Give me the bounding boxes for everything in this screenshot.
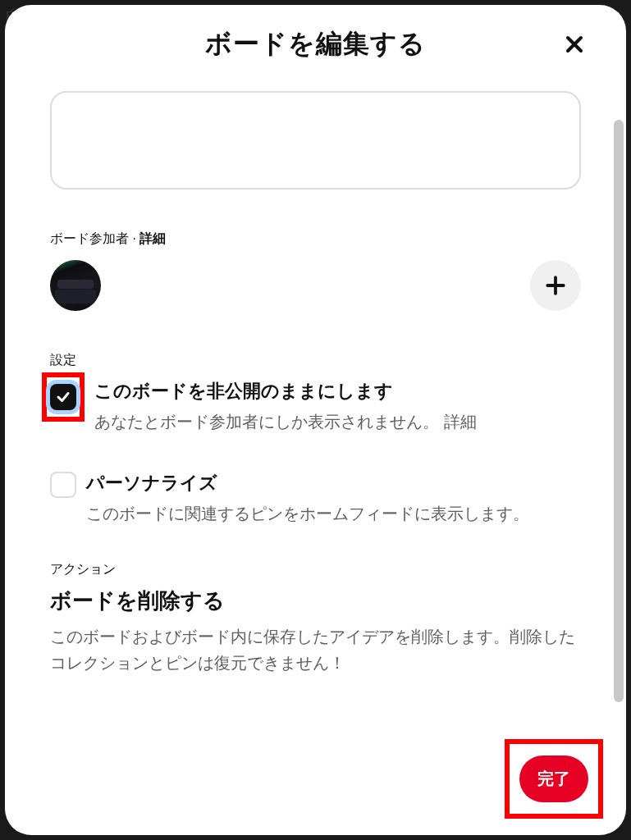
private-setting-title: このボードを非公開のままにします [94,379,581,404]
actions-heading: アクション [50,561,581,578]
done-button-highlight: 完了 [505,739,603,819]
private-setting-row: このボードを非公開のままにします あなたとボード参加者にしか表示されません。 詳… [50,377,581,435]
personalize-setting-row: パーソナライズ このボードに関連するピンをホームフィードに表示します。 [50,469,581,527]
private-setting-text: このボードを非公開のままにします あなたとボード参加者にしか表示されません。 詳… [94,377,581,435]
private-details-link[interactable]: 詳細 [444,413,477,431]
collaborators-details-link[interactable]: 詳細 [139,231,166,245]
done-button[interactable]: 完了 [519,756,588,802]
modal-title: ボードを編集する [205,26,426,62]
collaborators-label-text: ボード参加者 [50,231,129,245]
collaborators-row [50,260,581,311]
personalize-setting-title: パーソナライズ [86,471,581,495]
edit-board-modal: ボードを編集する ボード参加者 · 詳細 設定 [5,5,626,835]
private-setting-desc: あなたとボード参加者にしか表示されません。 詳細 [94,409,581,435]
modal-body: ボード参加者 · 詳細 設定 このボードを非公開のままにしま [5,83,626,835]
delete-board-desc: このボードおよびボード内に保存したアイデアを削除します。削除したコレクションとピ… [50,623,581,676]
modal-header: ボードを編集する [5,5,626,83]
close-button[interactable] [554,24,595,65]
settings-heading: 設定 [50,352,581,369]
personalize-setting-desc: このボードに関連するピンをホームフィードに表示します。 [86,500,581,527]
checkbox-highlight [42,372,85,422]
delete-board-title[interactable]: ボードを削除する [50,587,581,615]
collaborators-separator: · [129,231,139,245]
personalize-setting-text: パーソナライズ このボードに関連するピンをホームフィードに表示します。 [86,469,581,527]
add-collaborator-button[interactable] [530,260,581,311]
close-icon [565,34,584,54]
check-icon [56,390,71,404]
avatar[interactable] [50,260,101,311]
collaborators-label: ボード参加者 · 詳細 [50,231,581,248]
description-input[interactable] [50,91,581,189]
private-checkbox[interactable] [50,384,76,410]
plus-icon [545,275,566,296]
personalize-checkbox[interactable] [50,472,76,498]
